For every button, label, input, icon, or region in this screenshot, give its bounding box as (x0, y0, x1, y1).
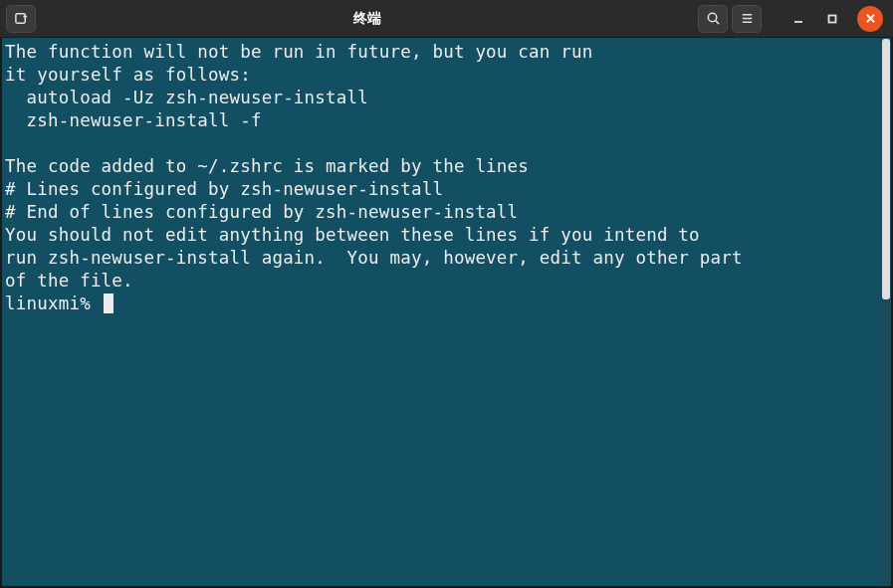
window-title: 终端 (36, 10, 698, 28)
terminal-line: The code added to ~/.zshrc is marked by … (5, 155, 878, 178)
terminal-line: The function will not be run in future, … (5, 41, 878, 64)
minimize-button[interactable] (783, 5, 813, 33)
scrollbar-thumb[interactable] (882, 39, 890, 299)
titlebar-left (6, 5, 36, 33)
scrollbar[interactable] (881, 38, 891, 586)
terminal-line: # Lines configured by zsh-newuser-instal… (5, 178, 878, 201)
terminal-line: autoload -Uz zsh-newuser-install (5, 87, 878, 109)
svg-rect-9 (829, 15, 836, 22)
titlebar-right (698, 5, 887, 33)
terminal-area[interactable]: The function will not be run in future, … (2, 38, 891, 586)
svg-point-3 (708, 13, 716, 21)
titlebar: 终端 (0, 0, 893, 38)
terminal-line: # End of lines configured by zsh-newuser… (5, 201, 878, 224)
close-button[interactable] (857, 6, 883, 32)
terminal-line: of the file. (5, 270, 878, 293)
search-button[interactable] (698, 5, 728, 33)
terminal-line: zsh-newuser-install -f (5, 109, 878, 132)
menu-button[interactable] (732, 5, 762, 33)
new-tab-icon (14, 11, 29, 26)
new-tab-button[interactable] (6, 5, 36, 33)
hamburger-icon (740, 11, 755, 26)
svg-line-4 (715, 21, 718, 24)
search-icon (706, 11, 721, 26)
maximize-button[interactable] (817, 5, 847, 33)
close-icon (865, 13, 876, 24)
terminal-content[interactable]: The function will not be run in future, … (2, 38, 881, 586)
svg-rect-0 (15, 14, 24, 23)
prompt-line: linuxmi% (5, 293, 878, 315)
terminal-line: run zsh-newuser-install again. You may, … (5, 247, 878, 270)
terminal-line: You should not edit anything between the… (5, 224, 878, 247)
minimize-icon (792, 13, 804, 25)
prompt-text: linuxmi% (5, 294, 102, 313)
terminal-line: it yourself as follows: (5, 64, 878, 87)
maximize-icon (826, 13, 838, 25)
terminal-line (5, 132, 878, 155)
cursor (104, 294, 113, 313)
